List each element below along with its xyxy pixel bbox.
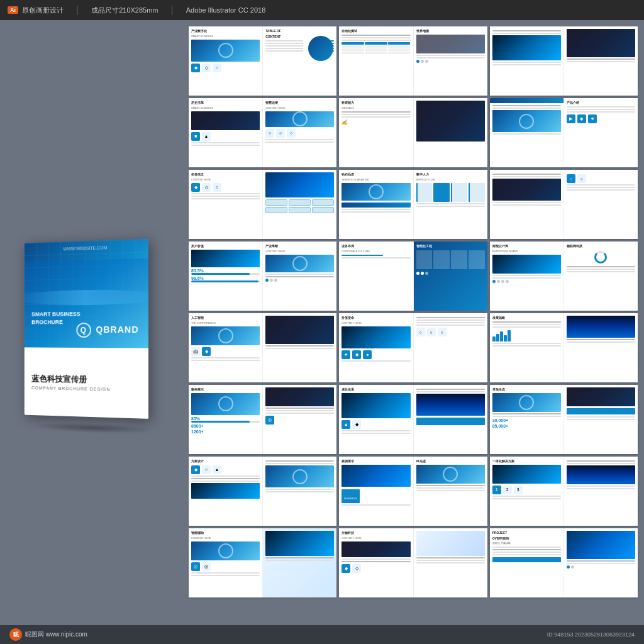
- page-value-belief: 价值信念 CONTENT HERE ◆ ◇ ○: [189, 170, 262, 239]
- p6b-title: 产品介绍: [567, 101, 635, 105]
- vb-title: 价值信念: [191, 172, 260, 177]
- watermark-bar: 昵 昵图网 www.nipic.com ID:948153 2023052813…: [0, 625, 644, 644]
- dhr-title: 数字人力: [416, 172, 485, 177]
- sa-i1: ◎: [191, 562, 200, 571]
- page-smart-assist2: [263, 528, 336, 597]
- sa-i2: ◎: [202, 562, 211, 571]
- research-title: 科研能力: [341, 101, 410, 105]
- page-user-value: 用户价值 85.5% 98.6%: [189, 242, 262, 311]
- ai-badge: Ai: [8, 6, 18, 14]
- page-smart-eng: 智能化工程: [414, 242, 487, 311]
- se-flow: [416, 250, 485, 269]
- icon2: ◇: [202, 64, 211, 72]
- flow4: [469, 183, 485, 202]
- p9-i1: ○: [567, 174, 575, 183]
- gr-i1: ▲: [341, 420, 350, 429]
- mission-img: [341, 326, 410, 348]
- cover-front: WWW.WEBSITE.COM SMART BUSINESS BROCHURE …: [25, 239, 148, 419]
- vb-sub: CONTENT HERE: [191, 178, 260, 181]
- sol-title: 方案设计: [191, 459, 260, 464]
- spread-14: 价值使命 CONTENT HERE ★ ◆ ●: [339, 313, 487, 382]
- page-mission2: ○ ○ ○: [414, 313, 487, 382]
- spread-11: 业务布局 CORPORATE CULTURE 智能化工程: [339, 242, 487, 311]
- history-title: 历史沿革: [191, 101, 260, 105]
- spread-6: 产品介绍 ▶ ◆ ★: [490, 98, 638, 167]
- cloud-title: 财能云计算: [492, 244, 561, 248]
- m-i1: ★: [341, 350, 350, 359]
- p3b-img: [567, 29, 635, 57]
- case2-img: [341, 465, 410, 487]
- hex6: [312, 207, 334, 213]
- page-ai-extra: [263, 313, 336, 382]
- page-open-eco2: [564, 385, 638, 454]
- p6a-img: [492, 110, 561, 132]
- page-case1b: ◎: [263, 385, 336, 454]
- main-area: WWW.WEBSITE.COM SMART BUSINESS BROCHURE …: [0, 20, 644, 644]
- worldmap-title: 世界地图: [416, 29, 485, 33]
- p3a-img: [492, 35, 561, 60]
- page-image: [191, 40, 260, 62]
- smartops-title: 智慧运维: [265, 101, 334, 105]
- auto-title: 自动化测试: [341, 29, 410, 33]
- int-img: [492, 465, 561, 484]
- page-strategy: 发展战略: [490, 313, 564, 382]
- m-i3: ●: [363, 350, 372, 359]
- int-i1: 1: [492, 486, 501, 494]
- strat-title: 发展战略: [492, 316, 561, 320]
- p9-img: [492, 179, 561, 201]
- spread-2: 自动化测试 世界地图: [339, 26, 487, 96]
- ai-extra-img: [265, 316, 334, 344]
- oe-stat: 30,000+: [492, 418, 561, 423]
- page-ai-adv: AI先进: [414, 457, 487, 526]
- divider1: |: [76, 4, 79, 16]
- diamond-sub: SERVICE GUARANTEE: [341, 178, 410, 181]
- cloud-img: [492, 255, 561, 274]
- proj-title2: OVERVIEW: [492, 536, 561, 541]
- case1-stat3: 1200+: [191, 430, 260, 434]
- p9-i2: ○: [577, 174, 586, 183]
- case1-stat2: 8500+: [191, 424, 260, 428]
- top-bar-label2: 成品尺寸210X285mm: [91, 6, 158, 15]
- top-bar-app: Adobe Illustrator CC 2018: [186, 6, 266, 14]
- m-i2: ◆: [352, 350, 361, 359]
- history-sub: SMART BUSINESS: [191, 106, 260, 109]
- spread-1: 产业数字化 SMART BUSINESS ◆ ◇ ○ TABLE OF CONT…: [189, 26, 336, 96]
- page-case2: 案例展示 BUSINESS: [339, 457, 413, 526]
- page-smart-assist: 智能辅助 CONTENT HERE ◎ ◎: [189, 528, 262, 597]
- history-img: [191, 111, 260, 130]
- page-digital-hr: 数字人力 SERVICE FLOW: [414, 170, 487, 239]
- page-diamond: 钻石品质 SERVICE GUARANTEE: [339, 170, 413, 239]
- ai-title: 人工智能: [191, 316, 260, 320]
- page-growth2: [414, 385, 487, 454]
- page-project: PROJECT OVERVIEW 智能化 共赢战略: [490, 528, 564, 597]
- page-cloud: 财能云计算 ENTERPRISE BRAND: [490, 242, 564, 311]
- iot-chart: [594, 251, 607, 264]
- spread-22: 智能辅助 CONTENT HERE ◎ ◎: [189, 528, 336, 597]
- page-solution2: [263, 457, 336, 526]
- toc-title: TABLE OF: [265, 29, 334, 33]
- top-bar: Ai 原创画册设计 | 成品尺寸210X285mm | Adobe Illust…: [0, 0, 644, 20]
- watermark-icon: 昵: [9, 628, 22, 641]
- flow1: [416, 183, 433, 202]
- m2-i2: ○: [427, 328, 436, 336]
- toc-circle: [308, 36, 333, 61]
- cover-title-en: COMPANY BROCHURE DESIGN: [31, 386, 141, 392]
- page-bio2: [414, 528, 487, 597]
- sol-i3: ▲: [213, 465, 221, 474]
- left-panel: WWW.WEBSITE.COM SMART BUSINESS BROCHURE …: [0, 20, 182, 644]
- sol-img: [191, 483, 260, 499]
- diamond-title: 钻石品质: [341, 172, 410, 177]
- hex-grid: [265, 199, 334, 213]
- dhr-sub: SERVICE FLOW: [416, 178, 485, 181]
- sol-i1: ◆: [191, 465, 200, 474]
- spread-21: 一体化解决方案 1 2 3: [490, 457, 638, 526]
- hex1: [265, 199, 287, 206]
- header-bar: [490, 98, 564, 103]
- spread-5: 科研能力 MESSAGE ✍: [339, 98, 487, 167]
- page-3b: [564, 26, 638, 96]
- diamond-img: [341, 183, 410, 201]
- spread-15: 发展战略: [490, 313, 638, 382]
- proj-sub: 智能化 共赢战略: [492, 541, 561, 545]
- spread-4: 历史沿革 SMART BUSINESS ■ ▲ 智慧运维 CONTENT HER…: [189, 98, 336, 167]
- top-bar-label3: Adobe Illustrator CC 2018: [186, 6, 266, 14]
